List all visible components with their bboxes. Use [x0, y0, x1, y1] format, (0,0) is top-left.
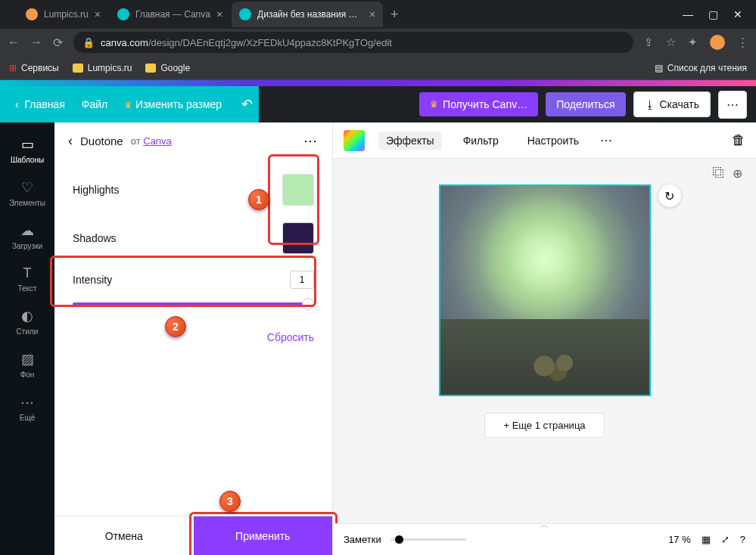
folder-icon: [145, 64, 156, 73]
shadows-label: Shadows: [73, 232, 117, 244]
browser-tab-active[interactable]: Дизайн без названия — 1481 ×: [232, 2, 383, 27]
sidebar-header: ‹ Duotone от Canva ⋯: [54, 122, 332, 159]
duplicate-icon[interactable]: ⿻: [713, 166, 725, 181]
add-page-button[interactable]: + Еще 1 страница: [484, 413, 604, 438]
annotation-badge: 1: [248, 189, 269, 210]
canvas-area: Эффекты Фильтр Настроить ⋯ 🗑 ⿻ ⊕ ↻ + Еще…: [333, 122, 756, 555]
close-icon[interactable]: ×: [369, 8, 375, 20]
maximize-icon[interactable]: ▢: [708, 8, 718, 20]
slider-thumb[interactable]: [302, 298, 314, 310]
highlight-swatch[interactable]: [282, 174, 314, 206]
tab-title: Дизайн без названия — 1481: [257, 9, 363, 20]
annotation-badge: 3: [219, 491, 241, 512]
url-actions: ⇪ ☆ ✦ ⋮: [644, 35, 748, 50]
url-host: canva.com: [101, 37, 148, 48]
rail-text[interactable]: TТекст: [0, 258, 54, 300]
intensity-value[interactable]: 1: [290, 271, 314, 289]
more-button[interactable]: ⋯: [718, 91, 747, 119]
side-rail: ▭Шаблоны ♡Элементы ☁Загрузки TТекст ◐Сти…: [0, 122, 54, 555]
intensity-control: Intensity 1: [73, 271, 314, 305]
expand-icon[interactable]: ︿: [540, 519, 549, 531]
annotation-badge: 2: [165, 316, 186, 337]
browser-urlbar: ← → ⟳ 🔒 canva.com/design/DAEnEqtj2gw/XzF…: [0, 29, 756, 56]
effect-title: Duotone: [80, 135, 123, 147]
adjust-tab[interactable]: Настроить: [520, 132, 586, 150]
notes-label[interactable]: Заметки: [344, 534, 381, 545]
page-controls: ⿻ ⊕: [713, 166, 742, 181]
reload-icon[interactable]: ⟳: [53, 36, 63, 50]
close-icon[interactable]: ×: [95, 8, 101, 20]
bookmark-services[interactable]: ⊞Сервисы: [9, 63, 59, 73]
apply-button[interactable]: Применить: [194, 516, 333, 555]
back-icon[interactable]: ←: [8, 36, 20, 49]
effect-sidebar: ‹ Duotone от Canva ⋯ Highlights Shadows …: [54, 122, 333, 555]
back-icon[interactable]: ‹: [68, 133, 73, 149]
intensity-label: Intensity: [73, 274, 112, 286]
zoom-slider[interactable]: [390, 538, 466, 541]
highlights-label: Highlights: [73, 184, 119, 196]
favicon-icon: [239, 8, 251, 20]
cancel-button[interactable]: Отмена: [54, 516, 194, 555]
new-tab-button[interactable]: +: [390, 7, 399, 23]
star-icon[interactable]: ☆: [666, 36, 676, 49]
url-path: /design/DAEnEqtj2gw/XzFEDkU4ppazc8KtPKgT…: [148, 37, 392, 48]
effects-tab[interactable]: Эффекты: [378, 132, 442, 150]
filter-tab[interactable]: Фильтр: [456, 132, 506, 150]
browser-tab[interactable]: Lumpics.ru ×: [18, 2, 108, 27]
rail-styles[interactable]: ◐Стили: [0, 300, 54, 343]
close-window-icon[interactable]: ✕: [733, 8, 742, 20]
add-page-icon[interactable]: ⊕: [733, 166, 742, 181]
help-icon[interactable]: ?: [740, 534, 745, 545]
rail-templates[interactable]: ▭Шаблоны: [0, 129, 54, 172]
brand-gradient: [0, 80, 756, 86]
grid-view-icon[interactable]: ▦: [702, 534, 711, 545]
minimize-icon[interactable]: —: [683, 8, 693, 20]
regenerate-icon[interactable]: ↻: [658, 184, 681, 207]
text-icon: T: [23, 265, 32, 281]
share-icon[interactable]: ⇪: [644, 36, 654, 49]
reset-link[interactable]: Сбросить: [73, 331, 314, 343]
resize-button[interactable]: ♛ Изменить размер: [124, 98, 222, 110]
more-icon[interactable]: ⋯: [600, 133, 614, 147]
reading-list[interactable]: ▤Список для чтения: [655, 63, 747, 73]
rail-uploads[interactable]: ☁Загрузки: [0, 215, 54, 258]
profile-avatar[interactable]: [710, 35, 725, 50]
trash-icon[interactable]: 🗑: [732, 132, 745, 148]
templates-icon: ▭: [21, 136, 34, 153]
get-pro-button[interactable]: ♛Получить Canv…: [419, 92, 538, 116]
download-button[interactable]: ⭳Скачать: [633, 91, 711, 117]
rail-elements[interactable]: ♡Элементы: [0, 172, 54, 215]
canvas-footer: ︿ Заметки 17 % ▦ ⤢ ?: [333, 523, 756, 555]
cloud-icon: ☁: [20, 222, 34, 239]
address-bar[interactable]: 🔒 canva.com/design/DAEnEqtj2gw/XzFEDkU4p…: [73, 32, 633, 53]
browser-tab[interactable]: Главная — Canva ×: [110, 2, 230, 27]
rail-background[interactable]: ▨Фон: [0, 343, 54, 386]
bookmark-folder[interactable]: Google: [145, 63, 190, 73]
zoom-value: 17 %: [668, 534, 691, 545]
bookmarks-bar: ⊞Сервисы Lumpics.ru Google ▤Список для ч…: [0, 56, 756, 80]
file-menu[interactable]: Файл: [82, 98, 107, 110]
more-icon[interactable]: ⋯: [303, 132, 319, 149]
share-button[interactable]: Поделиться: [546, 92, 625, 116]
close-icon[interactable]: ×: [216, 8, 222, 20]
home-button[interactable]: ‹ Главная: [15, 98, 65, 110]
elements-icon: ♡: [21, 179, 33, 196]
bookmark-folder[interactable]: Lumpics.ru: [73, 63, 132, 73]
shadow-swatch[interactable]: [282, 222, 314, 254]
selected-image[interactable]: [439, 184, 651, 396]
extension-icon[interactable]: ✦: [688, 36, 698, 49]
brand-link[interactable]: Canva: [143, 135, 172, 147]
slider-thumb[interactable]: [395, 535, 403, 544]
app-toolbar: ‹ Главная Файл ♛ Изменить размер ↶ ♛Полу…: [0, 86, 756, 122]
intensity-slider[interactable]: [73, 302, 314, 305]
window-controls: — ▢ ✕: [683, 8, 756, 20]
crown-icon: ♛: [124, 100, 132, 110]
canvas-stage[interactable]: ⿻ ⊕ ↻ + Еще 1 страница: [333, 159, 756, 523]
folder-icon: [73, 64, 83, 73]
menu-icon[interactable]: ⋮: [737, 36, 748, 49]
rail-more[interactable]: ⋯Ещё: [0, 386, 54, 429]
forward-icon[interactable]: →: [30, 36, 42, 49]
undo-icon[interactable]: ↶: [241, 96, 253, 113]
fullscreen-icon[interactable]: ⤢: [721, 534, 730, 545]
color-picker[interactable]: [344, 130, 365, 151]
